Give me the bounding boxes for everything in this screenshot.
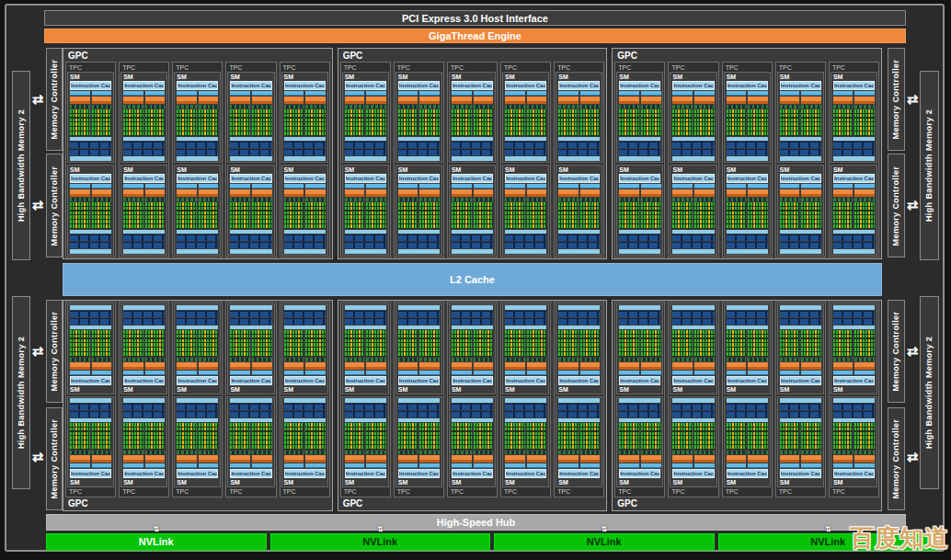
dispatch-units-bar [505, 358, 525, 361]
sm-processing-block [345, 423, 365, 468]
gpc-block: GPC TPC SM Instruction Cache SM Instr [612, 300, 882, 511]
load-store-units-bar [727, 318, 768, 325]
sm-processing-block [398, 91, 418, 136]
texture-l1-cache-bar [619, 398, 660, 403]
sm-stack: SM Instruction Cache SM Instruction Cach… [227, 303, 274, 487]
sm-halves [398, 423, 440, 468]
instruction-buffer-bar [284, 371, 304, 375]
sm-label: SM [619, 166, 660, 173]
dispatch-units-bar [833, 451, 854, 454]
register-file-bar [345, 137, 386, 141]
core-grid [145, 330, 166, 357]
load-store-units-bar [558, 411, 600, 417]
dispatch-units-bar [474, 105, 494, 109]
sm-stack: SM Instruction Cache SM Instruction Cach… [395, 72, 442, 256]
instruction-cache-bar: Instruction Cache [558, 376, 600, 385]
dispatch-units-bar [527, 198, 547, 201]
warp-scheduler-bar [70, 455, 90, 463]
sm-halves [70, 330, 111, 375]
sm-processing-block [398, 423, 418, 468]
register-file-bar [230, 137, 271, 141]
tpc-block: TPC SM Instruction Cache SM Instruction … [447, 62, 498, 257]
instruction-buffer-bar [230, 463, 250, 468]
tpc-block: TPC SM Instruction Cache SM Instruction … [280, 62, 330, 257]
warp-scheduler-bar [398, 362, 418, 370]
warp-scheduler-bar [419, 455, 440, 463]
sm-processing-block [748, 423, 768, 468]
dispatch-units-bar [252, 105, 272, 109]
register-file-bar [70, 137, 111, 141]
warp-scheduler-bar [527, 455, 547, 463]
register-file-bar [398, 326, 440, 329]
register-file-bar [505, 326, 546, 329]
dispatch-units-bar [474, 198, 494, 201]
sm-block: SM Instruction Cache [616, 165, 663, 256]
instruction-buffer-bar [70, 371, 90, 375]
tpc-block: TPC SM Instruction Cache SM Instruction … [394, 62, 444, 257]
warp-scheduler-bar [748, 362, 768, 370]
dispatch-units-bar [70, 451, 90, 454]
dispatch-units-bar [619, 451, 639, 454]
register-file-bar [452, 230, 493, 234]
texture-l1-cache-bar [398, 305, 440, 310]
tpc-block: TPC SM Instruction Cache SM Instruction … [65, 62, 116, 257]
updown-arrow-icon: ⇅ [825, 526, 831, 533]
sm-halves [505, 184, 546, 229]
warp-scheduler-bar [305, 97, 326, 104]
sm-processing-block [694, 423, 715, 468]
warp-scheduler-bar [123, 455, 143, 463]
core-grid [345, 109, 365, 136]
warp-scheduler-bar [252, 189, 272, 197]
sm-processing-block [230, 330, 250, 375]
instruction-buffer-bar [419, 371, 440, 375]
core-grid [505, 202, 525, 229]
warp-scheduler-bar [833, 189, 854, 197]
sm-label: SM [780, 74, 821, 80]
texture-l1-cache-bar [558, 398, 600, 403]
load-store-units-bar [70, 318, 111, 325]
core-grid [619, 330, 639, 357]
sm-halves [230, 91, 271, 136]
register-file-bar [398, 137, 440, 141]
tpc-label: TPC [449, 487, 496, 496]
texture-units-bar [780, 149, 821, 155]
instruction-cache-bar: Instruction Cache [727, 174, 768, 183]
register-file-bar [398, 230, 440, 234]
gpc-label: GPC [340, 50, 605, 62]
sm-processing-block [527, 330, 547, 375]
instruction-cache-bar: Instruction Cache [284, 81, 326, 90]
sm-processing-block [145, 184, 166, 229]
sm-processing-block [854, 184, 875, 229]
sm-label: SM [284, 74, 326, 80]
warp-scheduler-bar [230, 455, 250, 463]
memory-controller: Memory Controller [888, 48, 905, 151]
sm-processing-block [305, 184, 326, 229]
load-store-units-bar [505, 318, 546, 325]
sm-stack: SM Instruction Cache SM Instruction Cach… [281, 72, 328, 256]
register-file-bar [833, 137, 875, 141]
dispatch-units-bar [230, 358, 250, 361]
sm-processing-block [527, 423, 547, 468]
instruction-buffer-bar [833, 463, 854, 468]
sm-stack: SM Instruction Cache SM Instruction Cach… [724, 72, 771, 256]
sm-block: SM Instruction Cache [777, 165, 824, 256]
sm-processing-block [727, 330, 747, 375]
sm-processing-block [801, 184, 821, 229]
instruction-buffer-bar [199, 91, 219, 96]
sm-block: SM Instruction Cache [227, 165, 274, 256]
warp-scheduler-bar [177, 97, 197, 104]
warp-scheduler-bar [230, 189, 250, 197]
instruction-buffer-bar [801, 184, 821, 189]
sm-processing-block [123, 91, 143, 136]
dispatch-units-bar [366, 198, 386, 201]
load-store-units-bar [70, 411, 111, 417]
warp-scheduler-bar [70, 362, 90, 370]
load-store-units-bar [284, 411, 326, 417]
tpc-label: TPC [67, 63, 114, 72]
sm-processing-block [780, 184, 800, 229]
instruction-buffer-bar [727, 91, 747, 96]
sm-stack: SM Instruction Cache SM Instruction Cach… [556, 72, 602, 256]
instruction-buffer-bar [345, 91, 365, 96]
core-grid [92, 202, 112, 229]
instruction-cache-bar: Instruction Cache [452, 376, 493, 385]
